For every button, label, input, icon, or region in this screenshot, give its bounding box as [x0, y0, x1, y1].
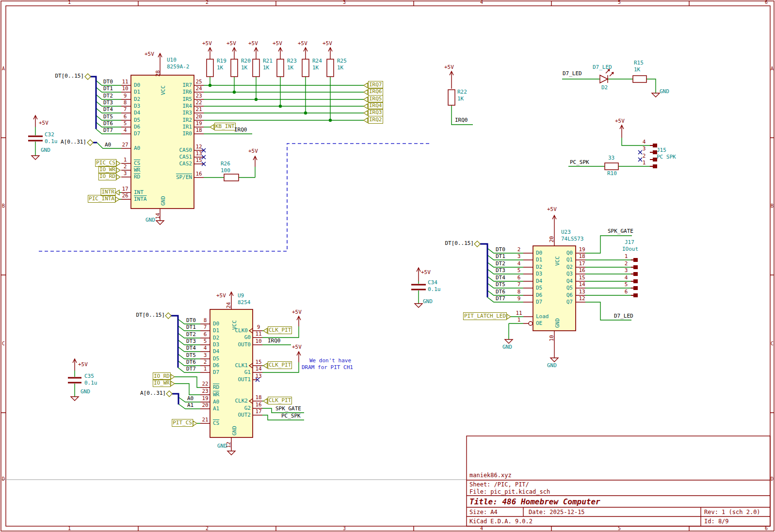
- r10-ref: R10: [607, 171, 617, 177]
- border-col3-top: 3: [339, 0, 349, 5]
- u23-num-19: 19: [578, 247, 586, 253]
- u10-num-24: 24: [195, 86, 203, 92]
- u10-num-7: 7: [121, 107, 129, 113]
- c34-val: 0.1u: [428, 287, 441, 292]
- u10-num-21: 21: [195, 107, 203, 113]
- u10-num-3: 3: [121, 171, 129, 177]
- j15-num-1: 1: [641, 160, 647, 166]
- j15-num-3: 3: [641, 146, 647, 152]
- r23-body: [277, 59, 284, 77]
- r26-val: 100: [221, 168, 230, 174]
- u23-name-d6: D6: [536, 292, 542, 298]
- u9-g0-5v: +5V: [292, 309, 302, 315]
- j17-num-4: 4: [623, 275, 629, 281]
- u23-num-18: 18: [578, 254, 586, 259]
- label-dt-bus-u10: DT[0..15]: [55, 73, 84, 79]
- u9-num-20: 20: [201, 403, 209, 408]
- border-col5-top: 5: [614, 0, 624, 5]
- border-rowC-left: C: [1, 341, 6, 347]
- netlabel-spk-gate-u9: SPK_GATE: [275, 406, 301, 412]
- j17-num-3: 3: [623, 268, 629, 274]
- u23-name-q5: Q5: [566, 285, 573, 291]
- r19-val: 1K: [217, 65, 223, 71]
- u23-name-d2: D2: [536, 264, 542, 270]
- u9-name-out2: OUT2: [238, 412, 251, 418]
- u23-wire-dt7: DT7: [496, 296, 505, 302]
- u10-num-6: 6: [121, 114, 129, 120]
- u9-num-7: 7: [201, 324, 209, 330]
- j15-connector[interactable]: [650, 144, 657, 168]
- glabel-intr: INTR: [102, 189, 115, 195]
- u23-name-d4: D4: [536, 278, 542, 284]
- led-d2[interactable]: [600, 69, 614, 83]
- u9-num-5: 5: [201, 339, 209, 344]
- r23-ref: R23: [287, 58, 297, 64]
- u9-num-15: 15: [255, 359, 262, 365]
- border-rowB-left: B: [1, 204, 6, 209]
- u9-ref: U9: [238, 293, 244, 299]
- border-col6-bot: 6: [761, 526, 771, 532]
- r24-val: 1K: [312, 65, 319, 71]
- u10-body[interactable]: [131, 75, 194, 209]
- schematic-canvas[interactable]: [0, 0, 775, 532]
- u23-name-d7: D7: [536, 299, 542, 305]
- r23-5v: +5V: [273, 41, 282, 47]
- u10-name-spen: SP/EN: [176, 175, 192, 180]
- r25-ref: R25: [337, 58, 347, 64]
- u23-name-q4: Q4: [566, 278, 573, 284]
- glabel-io-rd-u10: IO_RD: [99, 174, 115, 179]
- u10-num-5: 5: [121, 121, 129, 127]
- u10-wire-dt2: DT2: [103, 93, 113, 99]
- u10-wire-dt3: DT3: [103, 100, 113, 106]
- c32-plates: [28, 136, 43, 141]
- u10-num-9: 9: [121, 93, 129, 99]
- r15-ref: R15: [634, 60, 644, 66]
- border-rowD-left: D: [1, 477, 6, 482]
- border-rowB-right: B: [770, 204, 775, 209]
- note-line2: DRAM for PIT CH1: [302, 365, 353, 371]
- r10-val: 33: [608, 155, 614, 161]
- border-rowA-right: A: [770, 66, 775, 72]
- u10-name-inta: INTA: [134, 196, 147, 202]
- u10-name-d7: D7: [134, 131, 140, 137]
- u10-pin14: 14: [155, 213, 161, 219]
- u9-num-10: 10: [255, 339, 262, 344]
- u10-num-16: 16: [195, 171, 203, 177]
- r25-5v: +5V: [323, 41, 332, 47]
- netlabel-irq0-u10: IRQ0: [234, 127, 247, 133]
- u10-num-10: 10: [121, 86, 129, 92]
- u9-num-8: 8: [201, 318, 209, 323]
- r15-val: 1K: [634, 67, 640, 73]
- u23-wire-dt2: DT2: [496, 261, 505, 267]
- r19-body: [207, 59, 213, 77]
- border-col4-bot: 4: [477, 526, 486, 532]
- u10-num-2: 2: [121, 164, 129, 170]
- u10-name-rd: RD: [134, 174, 140, 180]
- u10-name-d2: D2: [134, 97, 140, 102]
- border-col3-bot: 3: [339, 526, 349, 532]
- u9-wire-dt7: DT7: [186, 366, 196, 372]
- title-block-id: Id: 8/9: [704, 518, 729, 525]
- u10-name-cas1: CAS1: [179, 154, 193, 160]
- glabel-clk-pit-0: CLK_PIT: [269, 327, 291, 333]
- j17-connector[interactable]: [631, 258, 637, 297]
- u9-name-d1: D1: [213, 328, 219, 334]
- u10-num-17: 17: [121, 186, 129, 192]
- u9-name-out1: OUT1: [238, 377, 251, 383]
- glabel-irq3: IRQ3: [369, 110, 382, 115]
- u9-num-18: 18: [255, 395, 262, 401]
- u10-num-8: 8: [121, 100, 129, 106]
- glabel-pic-cs: PIC_CS: [96, 160, 115, 166]
- u10-num-20: 20: [195, 114, 203, 120]
- title-block-file: File: pic_pit.kicad_sch: [469, 489, 550, 495]
- u9-wire-dt2: DT2: [186, 332, 196, 338]
- u10-wire-dt6: DT6: [103, 121, 113, 127]
- a-bus-u9: [172, 394, 178, 404]
- u10-num-15: 15: [195, 158, 203, 163]
- u23-wire-dt5: DT5: [496, 282, 505, 288]
- u23-name-q0: Q0: [566, 250, 573, 256]
- u10-name-d4: D4: [134, 110, 140, 116]
- glabel-irq6: IRQ6: [369, 89, 382, 95]
- u23-num-4: 4: [515, 261, 523, 267]
- schematic-sheet: 123456123456ABCDABCDU108259A-2+5V28VCCGN…: [0, 0, 775, 532]
